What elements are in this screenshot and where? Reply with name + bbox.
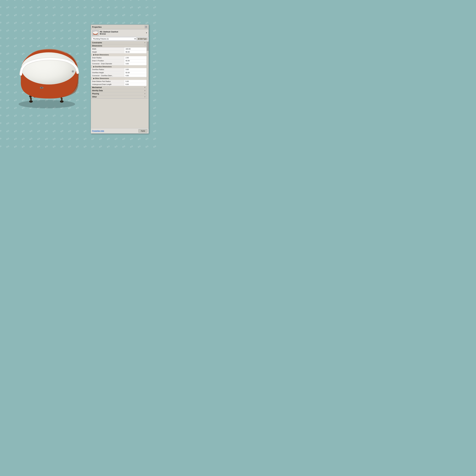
prop-connector-drain: Connector - Drain Diameter 3.00 <box>91 62 147 65</box>
object-thumbnail <box>92 30 99 35</box>
section-identity-data[interactable]: Identity Data « <box>91 89 147 92</box>
constraints-label: Constraints <box>92 42 102 44</box>
prop-drain-x-label: Drain X Position <box>91 59 124 62</box>
svg-point-13 <box>73 71 73 72</box>
other-dimensions-expand-icon: ▶ <box>93 78 94 79</box>
prop-drain-radius-value[interactable]: 2.00 <box>124 56 147 59</box>
svg-point-0 <box>18 100 75 108</box>
prop-drain-x: Drain X Position 50.00 <box>91 59 147 62</box>
overflow-dimensions-expand-icon: ▶ <box>93 66 94 68</box>
phasing-toggle-icon: « <box>144 93 145 94</box>
constraints-toggle-icon: « <box>144 42 145 43</box>
mechanical-label: Mechanical <box>92 86 102 88</box>
identity-data-label: Identity Data <box>92 89 103 92</box>
prop-underground-drain-value[interactable]: 8.00 <box>124 83 147 86</box>
scrollbar-thumb[interactable] <box>147 42 149 51</box>
section-mechanical[interactable]: Mechanical « <box>91 86 147 89</box>
sub-section-overflow[interactable]: ▶ Overflow Dimensions <box>91 65 147 68</box>
svg-point-15 <box>41 87 43 88</box>
prop-overflow-radius: Overflow Radius 3.00 <box>91 68 147 71</box>
prop-height-value[interactable]: 90.00 <box>124 51 147 53</box>
prop-drain-x-value[interactable]: 50.00 <box>124 59 147 62</box>
object-info-row: RD_Bathtub Clawfoot Bronze ▼ <box>91 29 149 37</box>
overflow-dimensions-label: Overflow Dimensions <box>95 66 112 68</box>
prop-width-label: Width <box>91 48 124 51</box>
mechanical-toggle-icon: « <box>144 86 145 88</box>
table-container: Constraints « Dimensions ˆ Width <box>91 41 149 99</box>
identity-data-toggle-icon: « <box>144 89 145 91</box>
phasing-label: Phasing <box>92 93 99 95</box>
prop-connector-overflow: Connector - Overflow Diam... 4.00 <box>91 74 147 77</box>
prop-connector-drain-value[interactable]: 3.00 <box>124 62 147 65</box>
prop-drain-bottom-radius-value[interactable]: 5.00 <box>124 80 147 83</box>
properties-help-link[interactable]: Properties help <box>92 130 104 132</box>
other-toggle-icon: « <box>144 96 145 98</box>
prop-width-value[interactable]: 160.00 <box>124 48 147 51</box>
prop-overflow-radius-value[interactable]: 3.00 <box>124 68 147 71</box>
prop-overflow-height-value[interactable]: 50.00 <box>124 71 147 74</box>
sub-section-drain[interactable]: ▶ Drain Dimensions <box>91 53 147 56</box>
prop-underground-drain: Underground Drain Length 8.00 <box>91 83 147 86</box>
prop-connector-overflow-value[interactable]: 4.00 <box>124 74 147 77</box>
prop-height-label: Height <box>91 51 124 53</box>
other-dimensions-label: Other Dimensions <box>95 78 109 79</box>
scrollbar[interactable] <box>147 41 149 99</box>
panel-footer: Properties help Apply <box>91 128 149 134</box>
sub-section-other[interactable]: ▶ Other Dimensions <box>91 77 147 80</box>
panel-body: Constraints « Dimensions ˆ Width <box>91 41 149 128</box>
dimensions-toggle-icon: ˆ <box>145 45 145 47</box>
prop-width: Width 160.00 <box>91 48 147 51</box>
apply-button[interactable]: Apply <box>138 129 147 133</box>
properties-table: Constraints « Dimensions ˆ Width <box>91 41 147 99</box>
object-name-line2: Bronze <box>100 33 144 35</box>
prop-overflow-radius-label: Overflow Radius <box>91 68 124 71</box>
prop-drain-bottom-radius: Drain Bottom Part Radius 5.00 <box>91 80 147 83</box>
empty-panel-area <box>91 99 149 128</box>
table-scroll: Constraints « Dimensions ˆ Width <box>91 41 147 99</box>
prop-underground-drain-label: Underground Drain Length <box>91 83 124 86</box>
category-select[interactable]: Plumbing Fixtures (1) <box>92 37 136 40</box>
edit-type-label: Edit Type <box>140 38 147 40</box>
prop-overflow-height: Overflow Height 50.00 <box>91 71 147 74</box>
properties-panel: Properties × RD_Bathtub Clawfoot Bronze … <box>91 25 149 134</box>
object-dropdown-arrow[interactable]: ▼ <box>146 32 147 34</box>
close-button[interactable]: × <box>145 26 147 28</box>
panel-title: Properties <box>92 26 102 28</box>
bathtub-illustration <box>9 30 86 116</box>
drain-dimensions-label: Drain Dimensions <box>95 54 109 56</box>
prop-height: Height 90.00 <box>91 51 147 53</box>
drain-dimensions-expand-icon: ▶ <box>93 54 94 56</box>
prop-overflow-height-label: Overflow Height <box>91 71 124 74</box>
svg-point-10 <box>21 52 76 85</box>
panel-header: Properties × <box>91 25 149 29</box>
edit-type-icon: ⊞ <box>138 38 139 40</box>
section-other[interactable]: Other « <box>91 95 147 98</box>
section-dimensions[interactable]: Dimensions ˆ <box>91 44 147 48</box>
section-phasing[interactable]: Phasing « <box>91 92 147 95</box>
svg-line-17 <box>94 34 94 35</box>
prop-drain-bottom-radius-label: Drain Bottom Part Radius <box>91 80 124 83</box>
prop-drain-radius-label: Drain Radius <box>91 56 124 59</box>
prop-drain-radius: Drain Radius 2.00 <box>91 56 147 59</box>
prop-connector-drain-label: Connector - Drain Diameter <box>91 62 124 65</box>
object-name-line1: RD_Bathtub Clawfoot <box>100 31 144 33</box>
category-row: Plumbing Fixtures (1) ⊞ Edit Type <box>91 37 149 41</box>
edit-type-button[interactable]: ⊞ Edit Type <box>137 37 148 40</box>
prop-connector-overflow-label: Connector - Overflow Diam... <box>91 74 124 77</box>
section-constraints[interactable]: Constraints « <box>91 41 147 44</box>
other-label: Other <box>92 96 97 98</box>
dimensions-label: Dimensions <box>92 45 102 47</box>
svg-line-18 <box>97 34 97 35</box>
